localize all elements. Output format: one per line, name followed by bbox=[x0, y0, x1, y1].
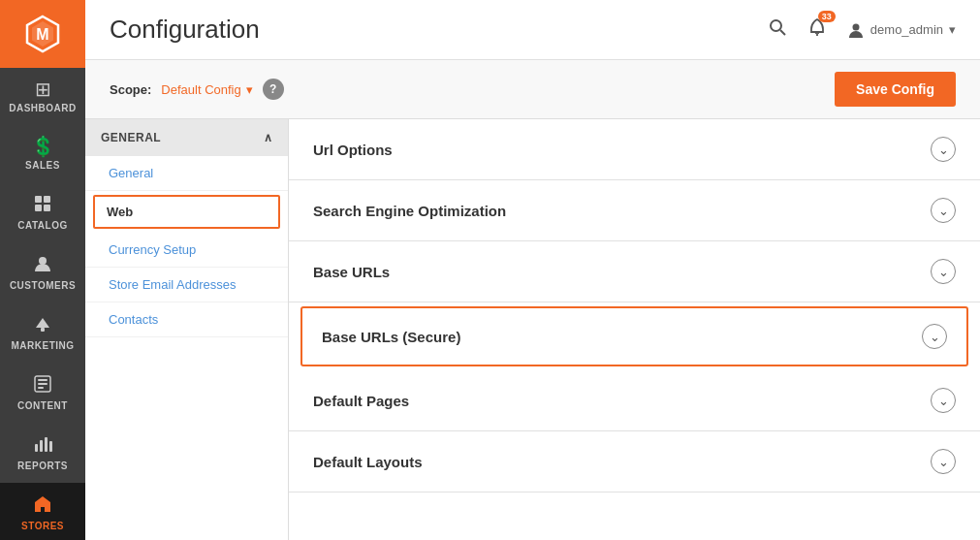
config-content: Url Options ⌄ Search Engine Optimization… bbox=[289, 119, 980, 540]
save-config-button[interactable]: Save Config bbox=[835, 72, 956, 107]
user-menu[interactable]: demo_admin ▾ bbox=[847, 21, 956, 39]
svg-rect-14 bbox=[49, 441, 52, 452]
nav-item-dashboard[interactable]: ⊞ DASHBOARD bbox=[0, 68, 85, 125]
user-name-label: demo_admin bbox=[870, 22, 943, 37]
sidebar-item-general[interactable]: General bbox=[85, 156, 288, 191]
chevron-down-icon: ⌄ bbox=[931, 449, 956, 474]
svg-rect-4 bbox=[44, 205, 50, 211]
help-icon: ? bbox=[269, 82, 276, 96]
nav-item-customers[interactable]: CUSTOMERS bbox=[0, 242, 85, 302]
sidebar-item-contacts[interactable]: Contacts bbox=[85, 302, 288, 337]
svg-rect-13 bbox=[45, 437, 47, 452]
scope-left: Scope: Default Config ▾ ? bbox=[110, 79, 284, 100]
svg-text:M: M bbox=[36, 26, 48, 43]
chevron-down-icon: ⌄ bbox=[931, 388, 956, 413]
page-title: Configuration bbox=[110, 15, 260, 45]
top-header: Configuration 33 demo_admin ▾ bbox=[85, 0, 980, 60]
nav-item-catalog[interactable]: CATALOG bbox=[0, 182, 85, 242]
sidebar-section-label: GENERAL bbox=[101, 131, 161, 144]
nav-item-marketing[interactable]: MARKETING bbox=[0, 302, 85, 363]
svg-rect-3 bbox=[35, 205, 42, 211]
content-icon bbox=[33, 374, 52, 397]
svg-rect-11 bbox=[35, 444, 38, 452]
config-row-base-urls[interactable]: Base URLs ⌄ bbox=[289, 241, 980, 302]
help-button[interactable]: ? bbox=[263, 79, 284, 100]
logo[interactable]: M bbox=[0, 0, 85, 68]
sidebar-section-general[interactable]: GENERAL ∧ bbox=[85, 119, 288, 156]
svg-rect-2 bbox=[44, 196, 50, 203]
reports-icon bbox=[33, 434, 52, 457]
config-row-url-options[interactable]: Url Options ⌄ bbox=[289, 119, 980, 180]
scope-label: Scope: bbox=[110, 82, 151, 97]
sidebar-item-web[interactable]: Web bbox=[93, 195, 280, 229]
svg-rect-8 bbox=[38, 379, 47, 381]
svg-rect-6 bbox=[41, 328, 45, 332]
catalog-icon bbox=[33, 194, 52, 216]
config-sidebar: GENERAL ∧ General Web Currency Setup Sto… bbox=[85, 119, 289, 540]
left-navigation: M ⊞ DASHBOARD 💲 SALES CATALOG CUSTOMERS … bbox=[0, 0, 85, 540]
chevron-down-icon: ⌄ bbox=[931, 137, 956, 162]
nav-item-reports[interactable]: REPORTS bbox=[0, 423, 85, 483]
scope-value: Default Config bbox=[161, 82, 240, 97]
config-row-base-urls-secure[interactable]: Base URLs (Secure) ⌄ bbox=[300, 306, 968, 366]
user-dropdown-icon: ▾ bbox=[949, 22, 956, 37]
dashboard-icon: ⊞ bbox=[35, 79, 51, 99]
content-area: GENERAL ∧ General Web Currency Setup Sto… bbox=[85, 119, 980, 540]
config-row-default-pages[interactable]: Default Pages ⌄ bbox=[289, 370, 980, 431]
nav-item-stores[interactable]: STORES bbox=[0, 483, 85, 540]
marketing-icon bbox=[33, 314, 52, 336]
notification-badge: 33 bbox=[818, 11, 836, 22]
nav-item-content[interactable]: CONTENT bbox=[0, 363, 85, 423]
customers-icon bbox=[33, 254, 52, 276]
search-button[interactable] bbox=[768, 17, 787, 42]
sales-icon: 💲 bbox=[31, 137, 55, 156]
chevron-down-icon: ⌄ bbox=[931, 259, 956, 284]
svg-rect-10 bbox=[38, 387, 44, 389]
scope-selector[interactable]: Default Config ▾ bbox=[161, 82, 252, 97]
header-actions: 33 demo_admin ▾ bbox=[768, 16, 956, 43]
scope-bar: Scope: Default Config ▾ ? Save Config bbox=[85, 60, 980, 119]
svg-rect-12 bbox=[40, 440, 43, 452]
scope-chevron-icon: ▾ bbox=[246, 82, 253, 97]
sidebar-item-currency-setup[interactable]: Currency Setup bbox=[85, 233, 288, 268]
stores-icon bbox=[33, 494, 52, 517]
sidebar-section-collapse-icon: ∧ bbox=[264, 131, 273, 144]
nav-item-sales[interactable]: 💲 SALES bbox=[0, 125, 85, 182]
chevron-down-icon: ⌄ bbox=[922, 324, 947, 349]
svg-point-5 bbox=[39, 257, 47, 265]
chevron-down-icon: ⌄ bbox=[931, 198, 956, 223]
sidebar-item-store-email-addresses[interactable]: Store Email Addresses bbox=[85, 268, 288, 302]
config-row-default-layouts[interactable]: Default Layouts ⌄ bbox=[289, 431, 980, 492]
svg-line-16 bbox=[780, 30, 785, 35]
config-row-seo[interactable]: Search Engine Optimization ⌄ bbox=[289, 180, 980, 241]
svg-rect-9 bbox=[38, 383, 47, 385]
svg-point-19 bbox=[852, 23, 859, 30]
main-area: Configuration 33 demo_admin ▾ bbox=[85, 0, 980, 540]
svg-point-15 bbox=[771, 20, 781, 31]
notification-button[interactable]: 33 bbox=[806, 16, 828, 43]
svg-rect-1 bbox=[35, 196, 42, 203]
